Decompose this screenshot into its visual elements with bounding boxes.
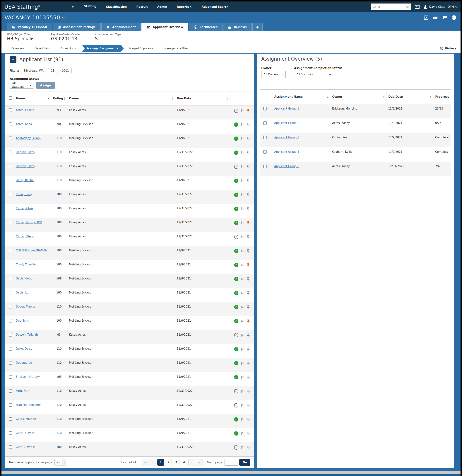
- help-icon[interactable]: ?: [452, 15, 456, 20]
- flag-icon[interactable]: ⚐: [241, 347, 244, 351]
- tab-assessment-package[interactable]: Assessment Package: [53, 23, 101, 31]
- applicant-name-link[interactable]: Carter, Steph: [16, 235, 34, 238]
- applicant-name-link[interactable]: Dever, Marcus: [16, 305, 36, 308]
- crumb-merged-applicants[interactable]: Merged Applicants: [124, 45, 159, 52]
- flag-icon[interactable]: ⚐: [241, 249, 244, 253]
- col-ao-due-date[interactable]: Due Date▲▼: [386, 90, 433, 104]
- applicant-name-link[interactable]: Dotson, Tallulah: [16, 333, 38, 336]
- flag-icon[interactable]: ⚐: [241, 389, 244, 394]
- chat-icon[interactable]: [442, 16, 447, 20]
- flag-icon[interactable]: ⚐: [241, 207, 244, 211]
- assignment-group-link[interactable]: Applicant Group 4: [274, 150, 299, 153]
- pin-icon[interactable]: [246, 417, 250, 421]
- flag-icon[interactable]: ⚐: [241, 136, 244, 141]
- row-checkbox[interactable]: [9, 249, 12, 252]
- pin-icon[interactable]: [246, 333, 250, 337]
- reviewed-status-icon[interactable]: ✓: [234, 263, 238, 267]
- row-checkbox[interactable]: [263, 121, 267, 125]
- history-button[interactable]: History: [436, 44, 456, 53]
- pin-icon[interactable]: [246, 193, 250, 197]
- pin-icon[interactable]: [246, 277, 250, 281]
- row-checkbox[interactable]: [9, 361, 12, 365]
- row-checkbox[interactable]: [9, 291, 12, 294]
- pin-icon[interactable]: [246, 109, 250, 113]
- crumb-stored-lists[interactable]: Stored Lists: [56, 45, 81, 52]
- col-due-date[interactable]: Due Date▲▼: [175, 91, 230, 105]
- applicant-name-link[interactable]: Adamsway, Adam: [16, 136, 41, 140]
- row-checkbox[interactable]: [9, 445, 12, 449]
- flag-icon[interactable]: ⚐: [241, 319, 244, 323]
- flag-icon[interactable]: ⚐: [241, 122, 244, 127]
- row-checkbox[interactable]: [9, 178, 12, 182]
- pin-icon[interactable]: [246, 235, 250, 239]
- filter-chip-series[interactable]: 0201: [59, 68, 72, 74]
- applicant-name-link[interactable]: Dupont, Joe: [16, 361, 32, 365]
- tab-certificates[interactable]: Certificates: [189, 23, 223, 31]
- row-checkbox[interactable]: [9, 151, 12, 154]
- applicant-name-link[interactable]: Doe, John: [16, 319, 29, 322]
- tab-reviews[interactable]: Reviews: [223, 23, 252, 31]
- nav-staffing[interactable]: Staffing: [84, 5, 96, 9]
- row-checkbox[interactable]: [9, 347, 12, 351]
- row-checkbox[interactable]: [9, 193, 12, 196]
- row-checkbox[interactable]: [263, 150, 267, 154]
- assign-button[interactable]: Assign: [36, 82, 55, 89]
- pin-icon[interactable]: [246, 221, 250, 225]
- reviewed-status-icon[interactable]: ✓: [234, 305, 238, 309]
- reviewed-status-icon[interactable]: ✓: [234, 235, 238, 239]
- assignment-group-link[interactable]: Applicant Group 5: [274, 165, 299, 168]
- pin-icon[interactable]: [246, 137, 250, 141]
- filter-chip-location[interactable]: Silverdale, WA: [21, 68, 46, 74]
- completion-status-select[interactable]: All Statuses: [294, 71, 333, 78]
- nav-classification[interactable]: Classification: [106, 5, 127, 8]
- applicant-name-link[interactable]: Benson, Betty: [16, 165, 35, 168]
- applicant-name-link[interactable]: Carter, Jimmy DMK: [16, 221, 42, 224]
- assignment-group-link[interactable]: Applicant Group 2: [274, 121, 299, 125]
- goto-search-input[interactable]: [373, 5, 406, 8]
- applicant-name-link[interactable]: Duke, Daisy: [16, 347, 33, 350]
- pin-icon[interactable]: [246, 151, 250, 155]
- applicant-name-link[interactable]: Davis, Lori: [16, 291, 30, 294]
- row-checkbox[interactable]: [263, 107, 267, 110]
- reviewed-status-icon[interactable]: ✓: [234, 221, 238, 225]
- chart-icon[interactable]: [433, 16, 438, 20]
- pin-icon[interactable]: [246, 305, 250, 309]
- row-checkbox[interactable]: [9, 263, 12, 266]
- reviewed-status-icon[interactable]: ✓: [234, 178, 238, 183]
- reviewed-status-icon[interactable]: ✓: [234, 361, 238, 365]
- page-button-1[interactable]: 1: [157, 459, 164, 466]
- vacancy-title-menu[interactable]: VACANCY 10135550: [4, 14, 64, 21]
- pin-icon[interactable]: [246, 446, 250, 449]
- pin-icon[interactable]: [246, 389, 250, 393]
- row-checkbox[interactable]: [9, 403, 12, 407]
- page-button-4[interactable]: 4: [181, 459, 187, 466]
- applicant-name-link[interactable]: Erickson, Murphy: [16, 375, 40, 378]
- reviewed-status-icon[interactable]: ✓: [234, 122, 238, 127]
- pin-icon[interactable]: [246, 291, 250, 295]
- select-all-checkbox[interactable]: [9, 96, 12, 100]
- pin-icon[interactable]: [246, 165, 250, 169]
- reviewed-status-icon[interactable]: ✓: [234, 431, 238, 435]
- user-menu[interactable]: David Glatt - OPM: [423, 5, 457, 9]
- pin-icon[interactable]: [246, 123, 250, 127]
- crumb-saved-lists[interactable]: Saved Lists: [30, 45, 55, 52]
- reviewed-status-icon[interactable]: ✓: [234, 417, 238, 422]
- pin-icon[interactable]: [246, 375, 250, 379]
- flag-icon[interactable]: ⚐: [241, 305, 244, 309]
- pin-icon[interactable]: [246, 207, 250, 211]
- applicant-name-link[interactable]: Bensen, Betty: [16, 151, 35, 154]
- flag-icon[interactable]: ⚐: [241, 375, 244, 380]
- search-icon[interactable]: [406, 5, 409, 8]
- flag-icon[interactable]: ⚐: [241, 361, 244, 366]
- row-checkbox[interactable]: [9, 235, 12, 238]
- col-assignment-name[interactable]: Assignment Name▲: [272, 90, 330, 104]
- tab-announcement[interactable]: Announcement: [101, 23, 141, 31]
- flag-icon[interactable]: ⚐: [241, 277, 244, 281]
- pin-icon[interactable]: [246, 432, 250, 435]
- assignment-group-link[interactable]: Applicant Group 3: [274, 136, 299, 139]
- tab-vacancy[interactable]: Vacancy 10135550: [7, 23, 52, 31]
- crumb-manage-assignments[interactable]: Manage Assignments: [82, 45, 124, 52]
- pin-icon[interactable]: [246, 319, 250, 323]
- flag-icon[interactable]: ⚐: [241, 263, 244, 267]
- row-checkbox[interactable]: [9, 319, 12, 323]
